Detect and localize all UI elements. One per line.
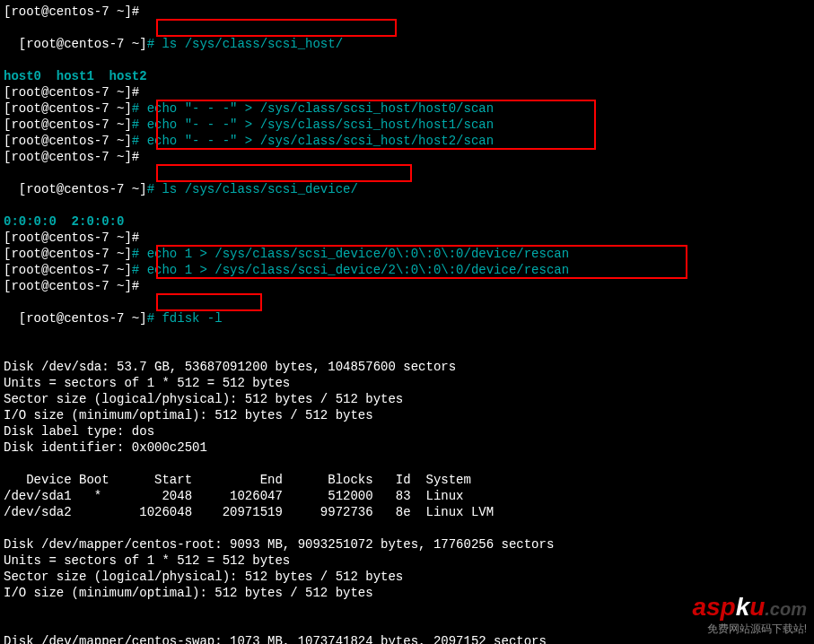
echo-rescan-block: [root@centos-7 ~]# echo 1 > /sys/class/s… xyxy=(4,246,569,278)
fdisk-sector: Sector size (logical/physical): 512 byte… xyxy=(4,391,810,407)
cmd-echo-host1: # echo "- - -" > /sys/class/scsi_host/ho… xyxy=(132,117,494,132)
echo-hosts-block: [root@centos-7 ~]# echo "- - -" > /sys/c… xyxy=(4,100,494,149)
cmd-rescan-0: # echo 1 > /sys/class/scsi_device/0\:0\:… xyxy=(132,247,569,261)
prompt-line: [root@centos-7 ~]# xyxy=(4,4,810,20)
cmd-ls-scsi-host-wrap: [root@centos-7 ~]# ls /sys/class/scsi_ho… xyxy=(4,20,343,68)
blank xyxy=(4,601,810,617)
fdisk-table-header: Device Boot Start End Blocks Id System xyxy=(4,472,810,488)
highlight-box xyxy=(156,293,262,311)
prompt: [root@centos-7 ~] xyxy=(19,37,147,51)
cmd-echo-host0: # echo "- - -" > /sys/class/scsi_host/ho… xyxy=(132,101,494,116)
cmd-fdisk: # fdisk -l xyxy=(147,311,223,326)
output-scsi-devices: 0:0:0:0 2:0:0:0 xyxy=(4,213,810,230)
fdisk-disk-centos-root: Disk /dev/mapper/centos-root: 9093 MB, 9… xyxy=(4,536,810,553)
watermark-brand: aspku.com xyxy=(692,593,807,622)
cmd-echo-host2: # echo "- - -" > /sys/class/scsi_host/ho… xyxy=(132,134,494,148)
fdisk-disk-sda: Disk /dev/sda: 53.7 GB, 53687091200 byte… xyxy=(4,359,810,375)
prompt: [root@centos-7 ~] xyxy=(4,134,132,148)
prompt: [root@centos-7 ~] xyxy=(4,101,132,116)
watermark: aspku.com 免费网站源码下载站! xyxy=(692,593,807,637)
prompt: [root@centos-7 ~] xyxy=(4,263,132,277)
prompt-line: [root@centos-7 ~]# xyxy=(4,230,810,246)
prompt-line: [root@centos-7 ~]# xyxy=(4,278,810,294)
blank xyxy=(4,456,810,472)
fdisk-table-row: /dev/sda1 * 2048 1026047 512000 83 Linux xyxy=(4,488,810,504)
terminal[interactable]: [root@centos-7 ~]# [root@centos-7 ~]# ls… xyxy=(4,4,810,644)
prompt-line: [root@centos-7 ~]# xyxy=(4,149,810,165)
prompt: [root@centos-7 ~] xyxy=(4,247,132,261)
cmd-rescan-2: # echo 1 > /sys/class/scsi_device/2\:0\:… xyxy=(132,263,569,277)
fdisk-ident: Disk identifier: 0x000c2501 xyxy=(4,439,810,456)
cmd-fdisk-wrap: [root@centos-7 ~]# fdisk -l xyxy=(4,294,223,343)
blank xyxy=(4,617,810,633)
fdisk-sector: Sector size (logical/physical): 512 byte… xyxy=(4,569,810,585)
watermark-tagline: 免费网站源码下载站! xyxy=(692,622,807,637)
blank xyxy=(4,343,810,359)
cmd-ls-scsi-host: # ls /sys/class/scsi_host/ xyxy=(147,37,343,51)
cmd-ls-scsi-device-wrap: [root@centos-7 ~]# ls /sys/class/scsi_de… xyxy=(4,165,358,213)
blank xyxy=(4,520,810,536)
fdisk-units: Units = sectors of 1 * 512 = 512 bytes xyxy=(4,375,810,391)
prompt: [root@centos-7 ~] xyxy=(19,311,147,326)
fdisk-disk-centos-swap: Disk /dev/mapper/centos-swap: 1073 MB, 1… xyxy=(4,633,810,644)
highlight-box xyxy=(156,19,397,37)
fdisk-iosize: I/O size (minimum/optimal): 512 bytes / … xyxy=(4,585,810,601)
prompt: [root@centos-7 ~] xyxy=(19,182,147,196)
prompt-line: [root@centos-7 ~]# xyxy=(4,84,810,100)
prompt: [root@centos-7 ~] xyxy=(4,117,132,132)
highlight-box xyxy=(156,164,412,182)
fdisk-label: Disk label type: dos xyxy=(4,423,810,439)
fdisk-table-row: /dev/sda2 1026048 20971519 9972736 8e Li… xyxy=(4,504,810,520)
cmd-ls-scsi-device: # ls /sys/class/scsi_device/ xyxy=(147,182,358,196)
fdisk-iosize: I/O size (minimum/optimal): 512 bytes / … xyxy=(4,407,810,423)
fdisk-units: Units = sectors of 1 * 512 = 512 bytes xyxy=(4,553,810,569)
output-scsi-hosts: host0 host1 host2 xyxy=(4,68,810,84)
